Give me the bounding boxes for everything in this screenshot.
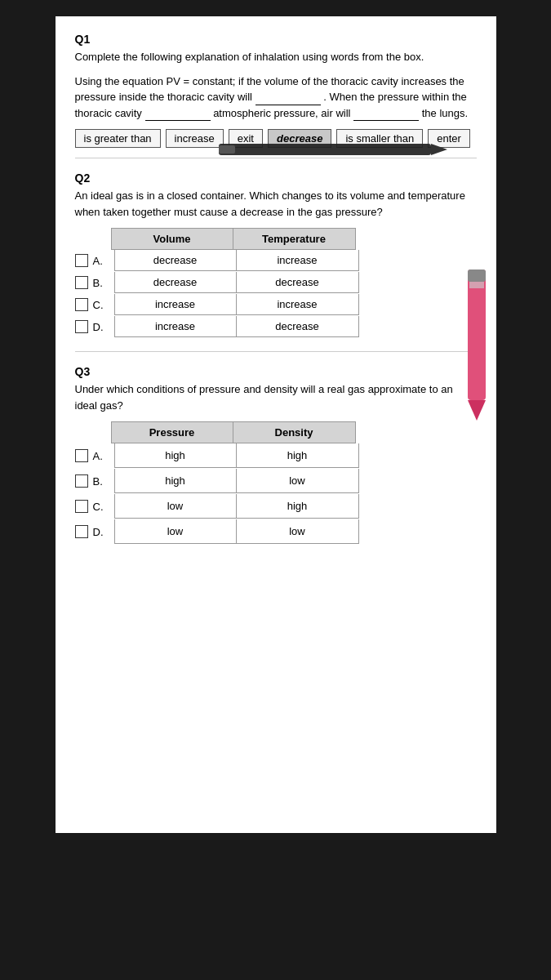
q3-section: Q3 Under which conditions of pressure an… <box>75 365 477 545</box>
q2-section: Q2 An ideal gas is in a closed container… <box>75 172 477 338</box>
q3-table-wrapper: Pressure Density A. high high B. high <box>75 421 477 545</box>
q1-blank3 <box>353 108 419 121</box>
q3-b-density: low <box>237 469 359 493</box>
q1-blank2 <box>145 108 211 121</box>
q2-row-c-label: C. <box>75 298 108 311</box>
q2-c-temperature: increase <box>237 294 359 315</box>
q1-section: Q1 Complete the following explanation of… <box>75 33 477 148</box>
q3-checkbox-b[interactable] <box>75 474 88 488</box>
q3-label: Q3 <box>75 365 477 378</box>
q1-paragraph: Using the equation PV = constant; if the… <box>75 74 477 122</box>
divider1 <box>75 158 477 158</box>
word-box-enter: enter <box>428 129 470 148</box>
q2-col1-header: Volume <box>111 228 233 250</box>
q2-d-volume: increase <box>114 316 237 337</box>
q3-row-d: D. low low <box>75 519 477 544</box>
word-box-is-greater-than: is greater than <box>75 129 161 148</box>
word-box-container: is greater than increase exit decrease i… <box>75 129 477 148</box>
q3-text: Under which conditions of pressure and d… <box>75 381 477 413</box>
q3-row-b: B. high low <box>75 469 477 493</box>
q3-row-b-label: B. <box>75 474 108 488</box>
q2-row-c: C. increase increase <box>75 294 477 315</box>
q2-checkbox-d[interactable] <box>75 320 88 333</box>
q3-checkbox-a[interactable] <box>75 449 88 462</box>
q2-row-d: D. increase decrease <box>75 316 477 337</box>
word-box-increase: increase <box>166 129 224 148</box>
q2-row-a: A. decrease increase <box>75 250 477 271</box>
q3-letter-d: D. <box>93 526 104 538</box>
q2-a-volume: decrease <box>114 250 237 271</box>
q3-row-a-label: A. <box>75 449 108 462</box>
q3-checkbox-c[interactable] <box>75 500 88 513</box>
q1-blank1 <box>256 92 321 105</box>
q2-checkbox-c[interactable] <box>75 298 88 311</box>
q3-row-c: C. low high <box>75 494 477 519</box>
q2-table-header: Volume Temperature <box>111 228 477 250</box>
q3-letter-c: C. <box>93 501 104 513</box>
q3-letter-b: B. <box>93 475 103 488</box>
q1-para-part4: the lungs. <box>422 107 468 119</box>
q3-row-c-label: C. <box>75 500 108 513</box>
q2-checkbox-a[interactable] <box>75 254 88 267</box>
q2-letter-b: B. <box>93 277 103 289</box>
q3-checkbox-d[interactable] <box>75 525 88 538</box>
q2-col2-header: Temperature <box>233 228 356 250</box>
q3-a-density: high <box>237 443 359 468</box>
word-box-decrease: decrease <box>268 129 331 148</box>
q3-col2-header: Density <box>233 421 356 443</box>
q2-b-temperature: decrease <box>237 272 359 293</box>
q2-letter-a: A. <box>93 255 103 267</box>
q2-letter-d: D. <box>93 321 104 333</box>
q3-letter-a: A. <box>93 450 103 462</box>
q1-instruction: Complete the following explanation of in… <box>75 49 477 65</box>
worksheet-page: Q1 Complete the following explanation of… <box>56 16 496 833</box>
q3-row-d-label: D. <box>75 525 108 538</box>
divider2 <box>75 351 477 352</box>
q2-b-volume: decrease <box>114 272 237 293</box>
q3-b-pressure: high <box>114 469 237 493</box>
q3-table-header: Pressure Density <box>111 421 477 443</box>
q2-checkbox-b[interactable] <box>75 276 88 289</box>
q1-label: Q1 <box>75 33 477 46</box>
word-box-exit: exit <box>229 129 263 148</box>
q2-row-a-label: A. <box>75 254 108 267</box>
q1-para-part3: atmospheric pressure, air will <box>213 107 350 119</box>
q2-d-temperature: decrease <box>237 316 359 337</box>
q2-c-volume: increase <box>114 294 237 315</box>
q2-letter-c: C. <box>93 299 104 311</box>
q2-a-temperature: increase <box>237 250 359 271</box>
q2-label: Q2 <box>75 172 477 185</box>
q3-d-pressure: low <box>114 519 237 544</box>
q3-c-density: high <box>237 494 359 519</box>
q2-table-wrapper: Volume Temperature A. decrease increase … <box>75 228 477 338</box>
q3-a-pressure: high <box>114 443 237 468</box>
word-box-is-smaller-than: is smaller than <box>336 129 423 148</box>
q3-col1-header: Pressure <box>111 421 233 443</box>
q3-row-a: A. high high <box>75 443 477 468</box>
q3-c-pressure: low <box>114 494 237 519</box>
q2-text: An ideal gas is in a closed container. W… <box>75 188 477 220</box>
q2-row-d-label: D. <box>75 320 108 333</box>
q2-row-b-label: B. <box>75 276 108 289</box>
q2-row-b: B. decrease decrease <box>75 272 477 293</box>
q3-d-density: low <box>237 519 359 544</box>
